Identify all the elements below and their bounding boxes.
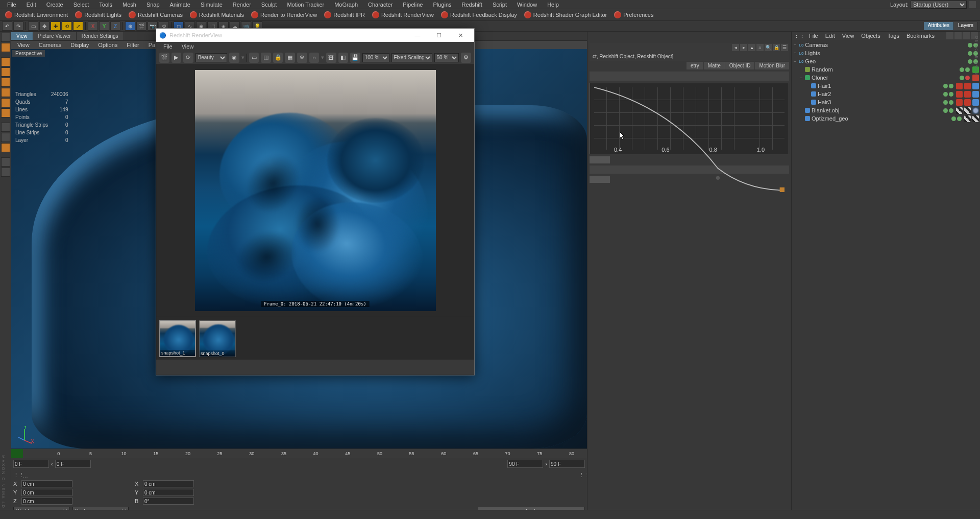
rv-snapshot-icon[interactable]: 🖼 xyxy=(326,53,336,63)
object-tag-icon[interactable] xyxy=(964,83,971,89)
rs-environment[interactable]: Redshift Environment xyxy=(2,10,71,19)
rs-render-to-rv[interactable]: Render to RenderView xyxy=(248,10,320,19)
object-tag-icon[interactable] xyxy=(972,83,979,89)
scale-icon[interactable]: ⤢ xyxy=(73,21,83,31)
visibility-dot-icon[interactable] xyxy=(960,67,964,72)
tree-toggle-icon[interactable]: + xyxy=(793,42,797,48)
attr-menu-icon[interactable]: ☰ xyxy=(781,44,788,51)
menu-snap[interactable]: Snap xyxy=(141,1,165,9)
object-tag-icon[interactable] xyxy=(964,107,971,114)
tool-edge[interactable] xyxy=(1,98,10,107)
tree-item-random[interactable]: Random xyxy=(793,65,979,74)
window-close-icon[interactable]: ✕ xyxy=(450,29,471,42)
visibility-dot-icon[interactable] xyxy=(965,67,970,72)
layout-dropdown[interactable]: Startup (User) xyxy=(911,1,967,9)
curve-graph[interactable]: 0.4 0.6 0.8 1.0 xyxy=(590,83,789,154)
obj-menu-edit[interactable]: Edit xyxy=(822,32,838,39)
object-tag-icon[interactable] xyxy=(964,99,971,106)
rs-materials[interactable]: Redshift Materials xyxy=(187,10,247,19)
layout-config-icon[interactable] xyxy=(969,1,976,8)
rv-scale-select[interactable]: 50 % xyxy=(434,53,459,62)
snapshot-thumb-0[interactable]: snapshot_0 xyxy=(199,320,236,357)
visibility-dot-icon[interactable] xyxy=(949,92,953,97)
tree-toggle-icon[interactable]: – xyxy=(793,59,797,64)
tool-live-select[interactable] xyxy=(1,33,10,42)
vmenu-cameras[interactable]: Cameras xyxy=(35,41,66,49)
visibility-dot-icon[interactable] xyxy=(960,76,964,80)
obj-eye-icon[interactable] xyxy=(963,32,970,39)
tab-view[interactable]: View xyxy=(11,32,33,40)
range-start-input[interactable] xyxy=(55,460,91,468)
rv-titlebar[interactable]: 🔵 Redshift RenderView — ☐ ✕ xyxy=(156,29,474,42)
subtab-object-id[interactable]: Object ID xyxy=(725,62,755,69)
tool-point[interactable] xyxy=(1,88,10,97)
visibility-dot-icon[interactable] xyxy=(949,100,953,105)
rv-pick-icon[interactable]: ◉ xyxy=(229,53,239,63)
menu-sculpt[interactable]: Sculpt xyxy=(256,1,282,9)
select-icon[interactable]: ▭ xyxy=(28,21,38,31)
visibility-dot-icon[interactable] xyxy=(965,76,970,80)
rv-menu-file[interactable]: File xyxy=(159,42,177,51)
menu-edit[interactable]: Edit xyxy=(21,1,41,9)
object-tag-icon[interactable] xyxy=(956,107,963,114)
visibility-dot-icon[interactable] xyxy=(949,108,953,113)
menu-file[interactable]: File xyxy=(2,1,21,9)
obj-menu-file[interactable]: File xyxy=(806,32,821,39)
rv-refresh-icon[interactable]: ⟳ xyxy=(183,53,193,63)
tool-cube-orange[interactable] xyxy=(1,43,10,52)
tree-toggle-icon[interactable]: + xyxy=(793,51,797,56)
visibility-dot-icon[interactable] xyxy=(968,59,972,64)
menu-render[interactable]: Render xyxy=(228,1,256,9)
rv-render-icon[interactable]: 🎬 xyxy=(159,53,169,63)
rv-zoom-select[interactable]: 100 % xyxy=(362,53,389,62)
lock-x-icon[interactable]: X xyxy=(88,21,98,31)
menu-mesh[interactable]: Mesh xyxy=(117,1,141,9)
rs-preferences[interactable]: Preferences xyxy=(611,10,656,19)
rotate-icon[interactable]: ⟲ xyxy=(62,21,72,31)
tree-item-hair1[interactable]: Hair1 xyxy=(793,82,979,90)
rs-lights[interactable]: Redshift Lights xyxy=(72,10,125,19)
rv-shape-icon[interactable]: ○ xyxy=(309,53,320,63)
visibility-dot-icon[interactable] xyxy=(968,51,972,56)
menu-select[interactable]: Select xyxy=(68,1,94,9)
coord-size-input[interactable] xyxy=(143,498,194,505)
coord-pos-input[interactable] xyxy=(21,498,72,505)
object-tag-icon[interactable] xyxy=(956,99,963,106)
obj-menu-tags[interactable]: Tags xyxy=(885,32,902,39)
attr-lock-icon[interactable]: 🔒 xyxy=(773,44,780,51)
rv-crop-icon[interactable]: ◫ xyxy=(261,53,271,63)
tree-toggle-icon[interactable]: – xyxy=(799,75,803,80)
visibility-dot-icon[interactable] xyxy=(943,84,948,88)
tree-item-cameras[interactable]: +L0Cameras xyxy=(793,41,979,49)
visibility-dot-icon[interactable] xyxy=(949,84,953,88)
object-tag-icon[interactable] xyxy=(956,91,963,98)
obj-menu-bookmarks[interactable]: Bookmarks xyxy=(903,32,938,39)
object-tag-icon[interactable] xyxy=(964,91,971,98)
render-icon[interactable]: 🎬 xyxy=(136,21,146,31)
visibility-dot-icon[interactable] xyxy=(951,116,956,121)
attr-home-icon[interactable]: ⌂ xyxy=(756,44,764,51)
menu-character[interactable]: Character xyxy=(363,1,398,9)
tool-workplane[interactable] xyxy=(1,78,10,87)
rv-lock-icon[interactable]: 🔒 xyxy=(273,53,283,63)
tool-model[interactable] xyxy=(1,57,10,66)
coord-size-input[interactable] xyxy=(143,480,194,487)
obj-menu-objects[interactable]: Objects xyxy=(858,32,883,39)
rv-aov-select[interactable]: Beauty xyxy=(195,53,228,62)
vmenu-view[interactable]: View xyxy=(13,41,34,49)
visibility-dot-icon[interactable] xyxy=(943,108,948,113)
tool-snap[interactable] xyxy=(1,123,10,132)
attr-back-icon[interactable]: ◂ xyxy=(732,44,739,51)
tree-item-cloner[interactable]: –Cloner xyxy=(793,74,979,82)
obj-filter-icon[interactable] xyxy=(954,32,962,39)
attr-dropdown-1[interactable] xyxy=(590,72,789,81)
coord-pos-input[interactable] xyxy=(21,489,72,496)
frame-end-input[interactable] xyxy=(549,460,585,468)
tree-item-optizmed-geo[interactable]: Optizmed_geo xyxy=(793,114,979,123)
window-minimize-icon[interactable]: — xyxy=(407,29,428,42)
tree-item-lights[interactable]: +L0Lights xyxy=(793,49,979,57)
rv-settings-icon[interactable]: ⚙ xyxy=(461,53,471,63)
tool-polygon[interactable] xyxy=(1,108,10,117)
tool-texture[interactable] xyxy=(1,67,10,77)
rs-renderview[interactable]: Redshift RenderView xyxy=(369,10,437,19)
